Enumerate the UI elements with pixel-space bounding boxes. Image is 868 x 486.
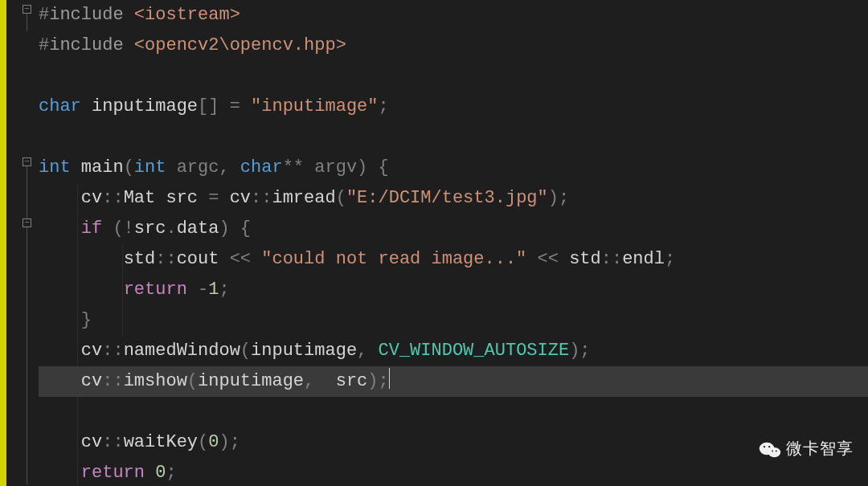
- token-string: <iostream>: [134, 5, 240, 25]
- token-number: 1: [208, 280, 219, 300]
- token-punct: ::: [102, 341, 123, 361]
- code-line[interactable]: char inputimage[] = "inputimage";: [39, 92, 868, 122]
- code-line[interactable]: cv::Mat src = cv::imread("E:/DCIM/test3.…: [39, 183, 868, 214]
- token-punct: ::: [102, 371, 123, 391]
- token-identifier: std: [124, 249, 156, 269]
- token-string: "inputimage": [251, 96, 378, 116]
- token-punct: ;: [166, 463, 176, 483]
- indentation: [39, 463, 81, 483]
- token-punct: );: [219, 432, 240, 452]
- token-punct: **: [283, 157, 315, 178]
- code-line[interactable]: cv::namedWindow(inputimage, CV_WINDOW_AU…: [39, 336, 868, 366]
- token-kw-return: return: [81, 463, 145, 483]
- token-kw-type: int: [39, 157, 71, 178]
- token-identifier: inputimage: [251, 341, 357, 361]
- token-punct: (!: [102, 218, 134, 239]
- svg-point-1: [768, 447, 781, 457]
- token-punct: ;: [219, 280, 229, 300]
- code-line[interactable]: #include <opencv2\opencv.hpp>: [39, 31, 868, 61]
- token-identifier: cout: [177, 249, 230, 269]
- token-kw-type: int: [134, 157, 166, 178]
- token-kw-control: if: [81, 218, 102, 239]
- token-identifier: Mat src: [124, 188, 209, 208]
- code-line[interactable]: cv::waitKey(0);: [39, 427, 868, 458]
- token-punct: ;: [379, 96, 389, 116]
- token-punct: ) {: [357, 157, 389, 178]
- text-cursor: [389, 368, 390, 389]
- fold-toggle-icon[interactable]: −: [23, 5, 31, 14]
- wechat-icon: [759, 439, 781, 458]
- token-string: <opencv2\opencv.hpp>: [134, 35, 346, 55]
- code-area[interactable]: #include <iostream>#include <opencv2\ope…: [32, 0, 868, 486]
- token-identifier: cv: [81, 371, 102, 391]
- token-punct: );: [548, 188, 569, 208]
- token-punct: #: [39, 35, 49, 55]
- token-punct: <<: [526, 249, 569, 269]
- token-punct: (: [124, 157, 134, 178]
- token-punct: <<: [230, 249, 262, 269]
- indentation: [39, 188, 81, 208]
- token-func: waitKey: [124, 432, 198, 452]
- token-func: imshow: [124, 371, 187, 391]
- indentation: [39, 432, 81, 452]
- token-punct: }: [81, 310, 92, 330]
- code-line[interactable]: int main(int argc, char** argv) {: [39, 153, 868, 183]
- token-punct: );: [569, 341, 590, 361]
- token-punct: #: [39, 5, 49, 25]
- token-identifier: src: [134, 218, 166, 239]
- token-kw-preproc: include: [49, 5, 134, 25]
- code-line[interactable]: std::cout << "could not read image..." <…: [39, 244, 868, 275]
- code-line-content: cv::imshow(inputimage, src);: [39, 371, 390, 391]
- fold-gutter[interactable]: − − −: [6, 0, 32, 486]
- token-punct: ;: [665, 249, 675, 269]
- watermark: 微卡智享: [759, 433, 854, 464]
- token-punct: (: [198, 432, 208, 452]
- token-func: main: [71, 157, 124, 178]
- fold-toggle-icon[interactable]: −: [23, 218, 31, 227]
- code-editor[interactable]: − − − #include <iostream>#include <openc…: [0, 0, 868, 486]
- token-punct: ) {: [219, 218, 251, 239]
- token-func: namedWindow: [124, 341, 240, 361]
- code-line[interactable]: #include <iostream>: [39, 0, 868, 31]
- svg-point-3: [768, 446, 770, 447]
- svg-point-2: [764, 446, 765, 447]
- indentation: [39, 371, 81, 391]
- code-line[interactable]: }: [39, 305, 868, 336]
- indentation: [39, 310, 81, 330]
- code-line[interactable]: return 0;: [39, 458, 868, 486]
- token-param: argv: [314, 157, 357, 178]
- change-margin-bar: [0, 0, 6, 486]
- indentation: [39, 280, 124, 300]
- token-param: argc: [166, 157, 219, 178]
- svg-point-4: [772, 451, 773, 452]
- code-line[interactable]: return -1;: [39, 275, 868, 305]
- token-identifier: endl: [622, 249, 665, 269]
- token-punct: .: [166, 218, 176, 239]
- token-punct: ::: [102, 188, 123, 208]
- token-number: 0: [155, 463, 166, 483]
- code-line[interactable]: [39, 397, 868, 427]
- token-identifier: inputimage: [81, 96, 198, 116]
- token-identifier: std: [569, 249, 601, 269]
- token-member: data: [177, 218, 219, 239]
- token-punct: [145, 463, 155, 483]
- svg-point-5: [776, 451, 777, 452]
- token-punct: [] =: [198, 96, 251, 116]
- token-func: imread: [272, 188, 335, 208]
- token-identifier: cv: [81, 341, 102, 361]
- token-string: "could not read image...": [261, 249, 526, 269]
- token-punct: -: [187, 280, 208, 300]
- code-line[interactable]: cv::imshow(inputimage, src);: [39, 366, 868, 397]
- code-line[interactable]: [39, 122, 868, 153]
- token-identifier: inputimage: [198, 371, 304, 391]
- token-kw-type: char: [39, 96, 81, 116]
- fold-toggle-icon[interactable]: −: [23, 157, 31, 166]
- code-line[interactable]: if (!src.data) {: [39, 214, 868, 244]
- token-punct: ::: [601, 249, 622, 269]
- token-kw-return: return: [124, 280, 187, 300]
- token-punct: ::: [251, 188, 272, 208]
- indentation: [39, 218, 81, 239]
- token-identifier: cv: [81, 432, 102, 452]
- token-punct: (: [336, 188, 346, 208]
- code-line[interactable]: [39, 61, 868, 92]
